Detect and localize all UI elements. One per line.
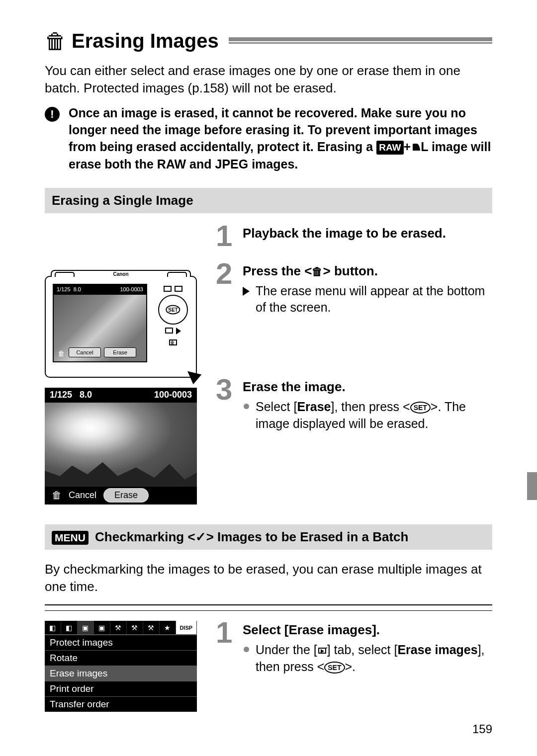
menu-tab-icon: ◧: [45, 621, 61, 634]
step-number: 3: [216, 378, 239, 435]
page-title: Erasing Images: [72, 30, 229, 52]
step-title: Select [Erase images].: [243, 622, 492, 639]
pointer-arrow: [183, 366, 202, 384]
menu-tab-icon: ◧: [61, 621, 78, 634]
lcd-cancel-btn: Cancel: [69, 347, 101, 357]
erase-confirm-screenshot: 1/125 8.0 100-0003 🗑︎ Cancel Erase: [45, 388, 197, 504]
lcd-shutter: 1/125: [57, 286, 71, 292]
quality-letter: L: [421, 140, 428, 154]
step-number: 1: [216, 621, 239, 678]
title-rule: [229, 35, 492, 47]
menu-item-selected: Erase images: [45, 666, 197, 681]
set-button-icon: SET: [410, 402, 431, 414]
shot-shutter: 1/125: [50, 390, 72, 400]
menu-tab-setup-icon: ⚒︎: [110, 621, 127, 634]
step-title: Press the <🗑︎> button.: [243, 263, 492, 280]
play-icon: [176, 328, 181, 335]
section-thumb-tab: [527, 472, 537, 500]
shot-trash-icon: 🗑︎: [52, 490, 62, 501]
trash-icon: 🗑︎: [45, 30, 67, 52]
step-3: 3 Erase the image. Select [Erase], then …: [216, 378, 492, 435]
jpeg-quality-icon: [412, 139, 421, 156]
camera-trash-button: 🗑︎: [169, 339, 177, 345]
playback-tab-icon: ': [318, 648, 326, 654]
shot-cancel: Cancel: [69, 490, 96, 501]
lcd-aperture: 8.0: [74, 286, 81, 292]
raw-badge: RAW: [376, 141, 403, 155]
menu-item: Protect images: [45, 635, 197, 650]
menu-tab-star-icon: ★: [160, 621, 176, 634]
warning-icon: !: [45, 107, 60, 122]
menu-tab-disp: DISP: [176, 621, 197, 634]
menu-tab-icon: ▣: [94, 621, 110, 634]
shot-erase-selected: Erase: [103, 488, 149, 503]
menu-item: Rotate: [45, 650, 197, 666]
step-number: 2: [216, 262, 239, 319]
warning-text: Once an image is erased, it cannot be re…: [69, 105, 492, 173]
step-2: 2 Press the <🗑︎> button. The erase menu …: [216, 262, 492, 319]
lcd-fileno: 100-0003: [120, 286, 144, 293]
page-number: 159: [472, 722, 492, 736]
divider: [45, 604, 492, 605]
playback-menu-screenshot: ◧ ◧ ▣ ▣ ⚒︎ ⚒︎ ⚒︎ ★ DISP Protect images R…: [45, 621, 197, 712]
step-bullet: Select [Erase], then press <SET>. The im…: [243, 399, 492, 432]
step-bullet: Under the ['] tab, select [Erase images]…: [243, 642, 492, 675]
section2-heading: MENU Checkmarking <✓> Images to be Erase…: [45, 524, 492, 550]
trash-icon: 🗑︎: [312, 265, 323, 278]
lcd-erase-btn: Erase: [104, 347, 136, 357]
set-button-icon: SET: [324, 662, 345, 673]
plus-sign: +: [404, 140, 411, 154]
section2-intro: By checkmarking the images to be erased,…: [45, 561, 492, 595]
menu-tab-playback: ▣: [78, 621, 94, 634]
menu-item: Transfer order: [45, 696, 197, 712]
intro-text: You can either select and erase images o…: [45, 62, 492, 97]
checkmark-icon: ✓: [195, 529, 206, 544]
warning-block: ! Once an image is erased, it cannot be …: [45, 103, 492, 182]
step-bullet: The erase menu will appear at the bottom…: [243, 283, 492, 317]
menu-item: Print order: [45, 681, 197, 696]
camera-lcd: 1/125 8.0 100-0003 🗑︎ Cancel Erase: [53, 284, 147, 362]
section2-step-1: 1 Select [Erase images]. Under the ['] t…: [216, 621, 492, 678]
shot-aperture: 8.0: [80, 390, 92, 400]
divider: [45, 610, 492, 611]
step-title: Playback the image to be erased.: [243, 225, 492, 242]
page-title-row: 🗑︎ Erasing Images: [45, 30, 492, 52]
lcd-trash-icon: 🗑︎: [58, 349, 65, 357]
menu-tab-setup-icon: ⚒︎: [127, 621, 143, 634]
control-dial: [158, 295, 188, 325]
step-title: Erase the image.: [243, 379, 492, 396]
menu-badge: MENU: [52, 531, 89, 545]
section1-heading: Erasing a Single Image: [45, 188, 492, 213]
menu-tab-setup-icon: ⚒︎: [143, 621, 160, 634]
step-number: 1: [216, 224, 239, 248]
step-1: 1 Playback the image to be erased.: [216, 224, 492, 248]
shot-fileno: 100-0003: [154, 390, 192, 400]
camera-back-illustration: Canon 1/125 8.0 100-0003 🗑︎ Cancel Erase: [45, 276, 197, 378]
